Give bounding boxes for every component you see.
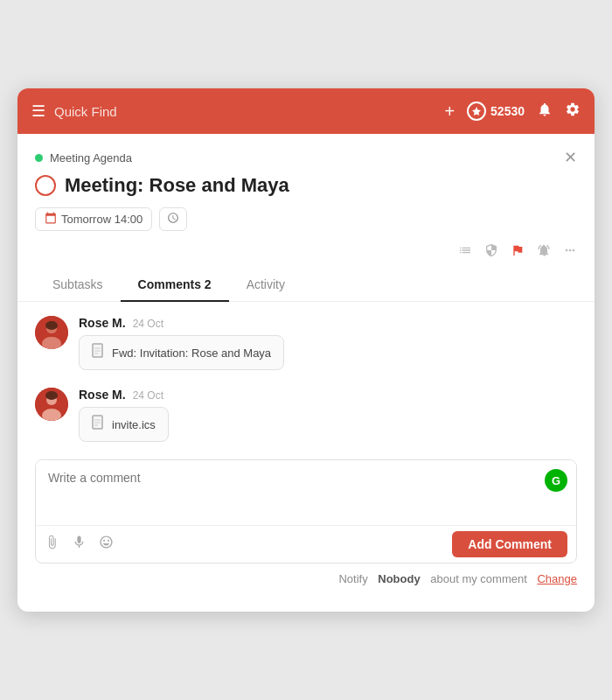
- main-content: Meeting Agenda ✕ Meeting: Rose and Maya …: [17, 134, 595, 612]
- mic-icon[interactable]: [72, 535, 87, 554]
- svg-point-6: [47, 321, 56, 326]
- comment-author: Rose M.: [79, 316, 126, 330]
- grammarly-icon: G: [545, 469, 567, 492]
- notify-who: Nobody: [378, 572, 420, 585]
- close-button[interactable]: ✕: [564, 148, 577, 167]
- notify-middle: about my comment: [430, 572, 527, 585]
- add-comment-button[interactable]: Add Comment: [452, 531, 567, 557]
- points-badge: 52530: [467, 102, 525, 121]
- comment-entry: Rose M. 24 Oct Fwd: Invitation: [35, 316, 577, 370]
- comment-entry: Rose M. 24 Oct invite.ics: [35, 388, 577, 442]
- add-icon[interactable]: +: [444, 102, 455, 122]
- task-toolbar: [35, 243, 577, 269]
- date-row: Tomorrow 14:00: [35, 207, 577, 231]
- comment-date: 24 Oct: [133, 389, 163, 402]
- more-icon[interactable]: [563, 243, 577, 262]
- attachment-card[interactable]: Fwd: Invitation: Rose and Maya: [79, 335, 284, 370]
- header-left: ☰ Quick Find: [31, 102, 444, 121]
- gear-icon[interactable]: [565, 102, 581, 122]
- due-date-text: Tomorrow 14:00: [61, 213, 143, 226]
- header-right: + 52530: [444, 102, 581, 122]
- comment-author: Rose M.: [79, 388, 126, 402]
- notify-row: Notify Nobody about my comment Change: [35, 572, 577, 598]
- flag-icon[interactable]: [511, 243, 525, 262]
- attachment-card[interactable]: invite.ics: [79, 407, 169, 442]
- file-icon: [92, 415, 105, 434]
- app-window: ☰ Quick Find + 52530 Meeting Age: [17, 88, 595, 612]
- textarea-wrap: G: [36, 460, 576, 525]
- points-value: 52530: [490, 104, 525, 118]
- notify-prefix: Notify: [338, 572, 367, 585]
- meta-row: Meeting Agenda ✕: [35, 148, 577, 167]
- avatar: [35, 388, 68, 421]
- meta-left: Meeting Agenda: [35, 151, 132, 164]
- comment-body: Rose M. 24 Oct invite.ics: [79, 388, 577, 442]
- app-header: ☰ Quick Find + 52530: [17, 88, 595, 134]
- attachment-name: Fwd: Invitation: Rose and Maya: [112, 346, 271, 360]
- tab-comments[interactable]: Comments 2: [121, 269, 229, 302]
- comment-toolbar-left: [45, 535, 114, 554]
- task-title: Meeting: Rose and Maya: [65, 174, 289, 197]
- tab-subtasks[interactable]: Subtasks: [35, 269, 121, 302]
- comment-input-area: G Add Comment: [35, 459, 577, 564]
- task-complete-toggle[interactable]: [35, 175, 56, 196]
- attach-icon[interactable]: [45, 535, 59, 554]
- meta-label: Meeting Agenda: [50, 151, 132, 164]
- shield-icon[interactable]: [484, 243, 498, 262]
- attachment-name: invite.ics: [112, 418, 156, 431]
- comment-body: Rose M. 24 Oct Fwd: Invitation: [79, 316, 577, 370]
- notify-change-link[interactable]: Change: [537, 572, 577, 585]
- tabs-bar: Subtasks Comments 2 Activity: [17, 269, 595, 302]
- comment-author-row: Rose M. 24 Oct: [79, 316, 577, 330]
- list-icon[interactable]: [458, 243, 472, 262]
- comment-toolbar: Add Comment: [36, 525, 576, 563]
- task-title-row: Meeting: Rose and Maya: [35, 174, 577, 197]
- file-icon: [92, 343, 105, 362]
- svg-point-14: [45, 391, 58, 400]
- status-dot: [35, 154, 43, 162]
- tab-activity[interactable]: Activity: [229, 269, 303, 302]
- emoji-icon[interactable]: [99, 535, 114, 554]
- comment-textarea[interactable]: [36, 460, 576, 522]
- reminder-icon[interactable]: [537, 243, 551, 262]
- header-title: Quick Find: [54, 104, 117, 119]
- comment-author-row: Rose M. 24 Oct: [79, 388, 577, 402]
- comment-date: 24 Oct: [133, 318, 163, 330]
- hamburger-icon[interactable]: ☰: [31, 102, 45, 121]
- points-circle-icon: [467, 102, 486, 121]
- avatar: [35, 316, 68, 349]
- alarm-badge[interactable]: [159, 207, 187, 231]
- comments-section: Rose M. 24 Oct Fwd: Invitation: [35, 302, 577, 612]
- due-date-badge[interactable]: Tomorrow 14:00: [35, 207, 152, 231]
- calendar-icon: [45, 212, 57, 227]
- bell-icon[interactable]: [537, 102, 553, 122]
